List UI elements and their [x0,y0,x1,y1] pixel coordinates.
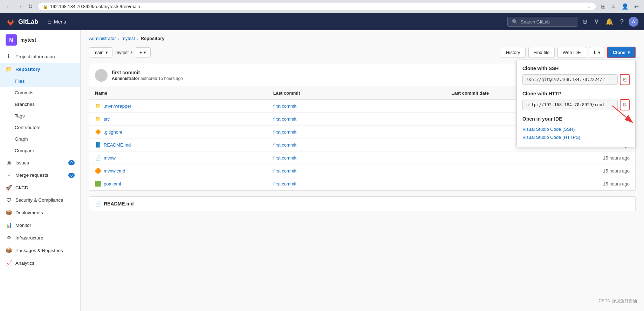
file-name-src[interactable]: 📁 src [95,116,273,122]
find-file-button[interactable]: Find file [528,47,555,58]
breadcrumb-current: Repository [141,36,165,41]
chevron-down-icon: ▾ [105,50,108,55]
file-commit-mvnw-cmd[interactable]: first commit [273,168,452,174]
profile-btn[interactable]: 👤 [620,2,630,11]
sidebar-item-merge-requests[interactable]: ⑂ Merge requests 0 [0,169,80,181]
file-name-text: mvnw [104,155,116,161]
cicd-icon: 🚀 [6,184,12,191]
gitlab-wordmark: GitLab [18,18,38,26]
back-button[interactable]: ← [4,2,13,11]
file-icon: 📄 [95,155,101,161]
gitlab-logo[interactable]: GitLab [6,17,38,27]
merge-request-icon-btn[interactable]: ⑂ [592,16,601,28]
sidebar-item-issues[interactable]: ◎ Issues 0 [0,156,80,169]
plus-icon: + [139,50,142,55]
chevron-icon: ▾ [144,50,146,55]
file-commit-gitignore[interactable]: first commit [273,129,452,135]
sidebar-item-label: Compare [15,148,34,153]
address-bar[interactable]: 🔒 192.168.184.70:8929/root/mytest/-/tree… [37,2,596,11]
sidebar-item-files[interactable]: Files [0,75,80,87]
new-item-button[interactable]: ⊕ [580,16,590,28]
xml-icon: 🟩 [95,181,101,187]
sidebar-item-infrastructure[interactable]: ⚙ Infrastructure [0,231,80,244]
sidebar-item-monitor[interactable]: 📊 Monitor [0,219,80,231]
file-name-text: .mvn/wrapper [104,103,131,109]
file-commit-pom[interactable]: first commit [273,181,452,187]
sidebar-item-tags[interactable]: Tags [0,110,80,122]
project-header: M mytest [0,30,80,50]
reload-button[interactable]: ↻ [26,2,35,11]
file-time-pom: 15 hours ago [451,181,630,187]
sidebar-item-label: Graph [15,136,28,142]
sidebar-item-label: Branches [15,102,35,107]
clone-http-title: Clone with HTTP [522,91,630,96]
search-box[interactable]: 🔍 Search GitLab [507,17,577,27]
info-icon: ℹ [6,53,12,60]
sidebar-item-compare[interactable]: Compare [0,145,80,156]
sidebar-item-label: Merge requests [15,173,48,178]
main-layout: M mytest ℹ Project information 📁 Reposit… [0,30,644,311]
file-commit-mvn-wrapper[interactable]: first commit [273,103,452,109]
add-file-button[interactable]: + ▾ [135,47,151,58]
readme-filename: README.md [104,201,134,207]
file-name-mvnw-cmd[interactable]: 🟠 mvnw.cmd [95,168,273,174]
folder-icon: 📁 [95,103,101,109]
table-row: 🟠 mvnw.cmd first commit 15 hours ago [89,164,635,177]
breadcrumb-project[interactable]: mytest [122,36,135,41]
sidebar-item-analytics[interactable]: 📈 Analytics [0,257,80,269]
project-name: mytest [20,37,36,43]
file-name-mvnw[interactable]: 📄 mvnw [95,155,273,161]
deploy-icon: 📦 [6,209,12,216]
browser-nav-buttons: ← → ↻ [4,2,35,11]
clone-label: Clone [613,50,625,55]
browser-chrome: ← → ↻ 🔒 192.168.184.70:8929/root/mytest/… [0,0,644,13]
download-button[interactable]: ⬇ ▾ [589,47,604,58]
breadcrumb-admin[interactable]: Administrator [89,36,116,41]
sidebar-item-security[interactable]: 🛡 Security & Compliance [0,194,80,206]
sidebar-item-branches[interactable]: Branches [0,99,80,110]
clone-ssh-copy-button[interactable]: ⎘ [620,74,630,85]
web-ide-button[interactable]: Web IDE [557,47,586,58]
sidebar-item-repository[interactable]: 📁 Repository [0,63,80,75]
sidebar-item-graph[interactable]: Graph [0,133,80,145]
clone-ssh-row: ssh://git@192.168.184.70:2224/r ⎘ [522,74,630,85]
issues-icon: ◎ [6,160,12,166]
file-name-pom[interactable]: 🟩 pom.xml [95,181,273,187]
sidebar-item-deployments[interactable]: 📦 Deployments [0,206,80,219]
sidebar-item-project-information[interactable]: ℹ Project information [0,50,80,63]
sidebar-item-label: Tags [15,113,25,119]
file-name-mvn-wrapper[interactable]: 📁 .mvn/wrapper [95,103,273,109]
menu-button[interactable]: ☰ Menu [44,17,70,27]
sidebar-item-label: CI/CD [15,185,28,190]
settings-btn[interactable]: ↩ [632,2,640,11]
issues-badge: 0 [68,160,75,165]
sidebar-item-packages[interactable]: 📦 Packages & Registries [0,244,80,257]
cmd-icon: 🟠 [95,168,101,174]
file-name-readme[interactable]: 📘 README.md [95,142,273,148]
shield-icon: 🛡 [6,197,12,203]
repo-toolbar: main ▾ mytest / + ▾ History Find file We… [89,47,636,58]
extensions-btn[interactable]: ⊞ [599,2,607,11]
file-name-gitignore[interactable]: 🔶 .gitignore [95,129,273,135]
help-btn[interactable]: ? [618,16,626,28]
clone-button[interactable]: Clone ▾ [607,47,636,58]
bookmark-btn[interactable]: ☆ [609,2,618,11]
notification-btn[interactable]: 🔔 [603,16,615,28]
sidebar-item-label: Deployments [15,210,43,215]
sidebar-item-cicd[interactable]: 🚀 CI/CD [0,181,80,194]
sidebar-item-contributors[interactable]: Contributors [0,122,80,133]
readme-file-icon: 📄 [95,201,101,207]
svg-line-1 [612,106,633,123]
history-button[interactable]: History [501,47,525,58]
file-commit-mvnw[interactable]: first commit [273,155,452,161]
sidebar-item-commits[interactable]: Commits [0,87,80,99]
sidebar-item-label: Files [15,79,25,84]
forward-button[interactable]: → [15,2,25,11]
clone-vscode-https-link[interactable]: Visual Studio Code (HTTPS) [522,133,630,141]
repo-name: mytest [115,50,129,55]
file-commit-readme[interactable]: first commit [273,142,452,148]
branch-selector[interactable]: main ▾ [89,47,112,58]
user-avatar[interactable]: A [629,17,638,27]
file-commit-src[interactable]: first commit [273,116,452,122]
clone-chevron: ▾ [628,50,630,55]
